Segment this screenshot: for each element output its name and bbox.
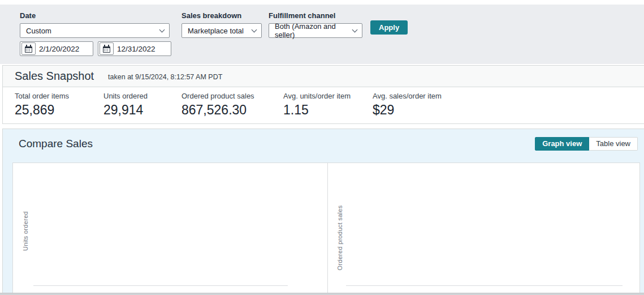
snapshot-timestamp: taken at 9/15/2024, 8:12:57 AM PDT: [108, 73, 222, 81]
sales-dashboard-page: Date Custom: [0, 5, 644, 295]
metric-label: Ordered product sales: [181, 92, 283, 101]
calendar-icon: [25, 46, 32, 53]
chevron-down-icon: [252, 27, 257, 33]
metric-units-ordered: Units ordered 29,914: [103, 92, 181, 118]
units-ordered-chart: Units ordered: [13, 163, 328, 295]
metric-total-order-items: Total order items 25,869: [15, 92, 103, 118]
sales-breakdown-select-value: Marketplace total: [188, 27, 244, 35]
start-date-calendar-button[interactable]: [21, 42, 36, 55]
date-range-select[interactable]: Custom: [20, 23, 170, 38]
compare-sales-card: Compare Sales Graph view Table view Unit…: [2, 129, 644, 295]
compare-sales-title: Compare Sales: [19, 137, 93, 151]
calendar-icon: [103, 46, 110, 53]
metric-label: Units ordered: [103, 92, 181, 101]
sales-breakdown-group: Sales breakdown Marketplace total: [181, 11, 262, 38]
end-date-input-group: [98, 41, 171, 56]
metric-label: Avg. units/order item: [283, 92, 373, 101]
snapshot-metrics-row: Total order items 25,869 Units ordered 2…: [3, 87, 644, 123]
date-filter-group: Date Custom: [20, 11, 171, 56]
end-date-input[interactable]: [114, 45, 170, 53]
date-range-select-value: Custom: [26, 27, 51, 35]
apply-button[interactable]: Apply: [370, 20, 408, 35]
fulfillment-channel-select-value: Both (Amazon and seller): [275, 22, 348, 39]
sales-snapshot-header: Sales Snapshot taken at 9/15/2024, 8:12:…: [3, 66, 644, 87]
window-bottom-edge: [0, 293, 644, 295]
metric-avg-sales-per-order-item: Avg. sales/order item $29: [373, 92, 442, 118]
metric-value: 1.15: [283, 102, 373, 118]
x-axis-line: [33, 285, 288, 286]
units-ordered-axis-label: Units ordered: [22, 211, 29, 251]
x-axis-line: [346, 285, 623, 286]
date-filter-label: Date: [20, 11, 171, 20]
table-view-button[interactable]: Table view: [589, 137, 638, 151]
metric-value: $29: [373, 102, 442, 118]
chevron-down-icon: [352, 27, 358, 33]
metric-label: Avg. sales/order item: [373, 92, 442, 101]
metric-value: 29,914: [103, 102, 181, 118]
metric-value: 25,869: [15, 102, 103, 118]
start-date-input-group: [20, 41, 93, 56]
view-toggle: Graph view Table view: [535, 137, 638, 151]
compare-sales-header: Compare Sales Graph view Table view: [3, 129, 644, 151]
start-date-input[interactable]: [36, 45, 92, 53]
date-range-inputs: [20, 41, 171, 56]
charts-panel: Units ordered Ordered product sales: [12, 163, 640, 295]
fulfillment-channel-group: Fulfillment channel Both (Amazon and sel…: [269, 11, 362, 38]
chevron-down-icon: [159, 27, 165, 33]
sales-snapshot-card: Sales Snapshot taken at 9/15/2024, 8:12:…: [2, 65, 644, 124]
sales-snapshot-title: Sales Snapshot: [15, 69, 94, 83]
sales-breakdown-label: Sales breakdown: [181, 11, 262, 20]
metric-avg-units-per-order-item: Avg. units/order item 1.15: [283, 92, 373, 118]
metric-value: 867,526.30: [181, 102, 283, 118]
ordered-product-sales-axis-label: Ordered product sales: [336, 205, 343, 270]
fulfillment-channel-label: Fulfillment channel: [269, 11, 362, 20]
ordered-product-sales-chart: Ordered product sales: [328, 163, 639, 295]
sales-breakdown-select[interactable]: Marketplace total: [181, 23, 262, 38]
end-date-calendar-button[interactable]: [100, 42, 114, 55]
metric-ordered-product-sales: Ordered product sales 867,526.30: [181, 92, 283, 118]
filter-bar: Date Custom: [0, 5, 644, 64]
fulfillment-channel-select[interactable]: Both (Amazon and seller): [269, 23, 362, 38]
metric-label: Total order items: [15, 92, 103, 101]
graph-view-button[interactable]: Graph view: [535, 137, 589, 151]
